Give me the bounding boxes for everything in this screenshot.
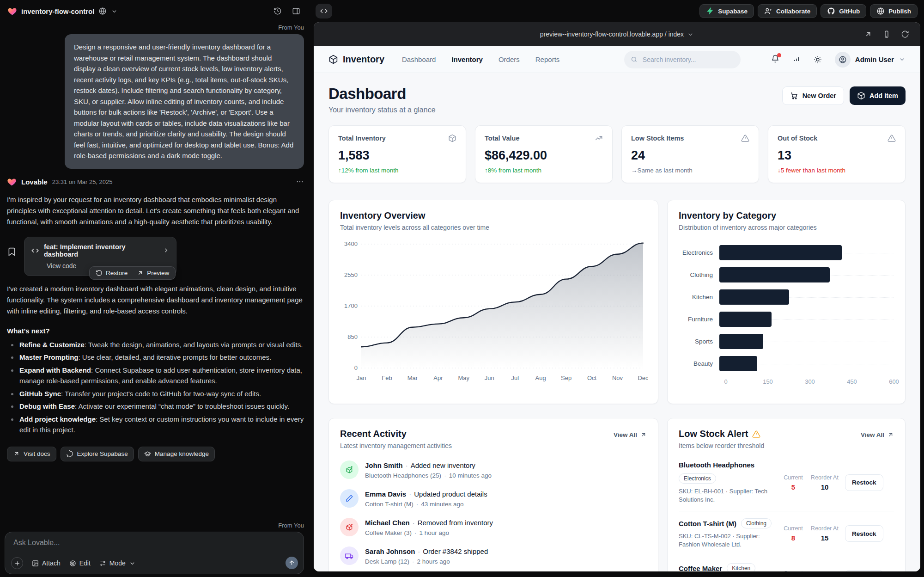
category-bar-chart: ElectronicsClothingKitchenFurnitureSport… (679, 245, 894, 371)
app-nav: Dashboard Inventory Orders Reports (402, 55, 559, 63)
svg-text:Dec: Dec (638, 374, 648, 381)
bar-category-label: Beauty (679, 360, 719, 367)
nav-reports[interactable]: Reports (535, 55, 560, 63)
send-button[interactable] (286, 557, 298, 569)
assistant-intro-text: I'm inspired by your request for an inve… (7, 194, 304, 227)
x-axis-tick: 600 (889, 378, 899, 385)
view-all-link[interactable]: View All (614, 431, 647, 438)
notifications-button[interactable] (771, 55, 779, 65)
item-sku: SKU: EL-BH-001 · Supplier: Tech Solution… (679, 487, 777, 504)
preview-button[interactable]: Preview (137, 270, 169, 276)
nav-dashboard[interactable]: Dashboard (402, 55, 436, 63)
activity-detail: Cotton T-shirt (M) (365, 501, 413, 508)
composer[interactable]: Attach Edit Mode (5, 532, 304, 574)
restock-button[interactable]: Restock (845, 570, 883, 571)
bar-row: Kitchen (679, 289, 894, 305)
refresh-icon[interactable] (901, 30, 909, 38)
code-view-toggle-button[interactable] (316, 4, 332, 18)
restore-button[interactable]: Restore (96, 270, 128, 276)
kpi-delta: ↑8% from last month (485, 167, 603, 174)
chart-title: Inventory Overview (340, 210, 647, 221)
project-name[interactable]: inventory-flow-control (21, 7, 94, 15)
avatar (835, 52, 851, 68)
visit-docs-button[interactable]: Visit docs (7, 447, 56, 461)
publish-button[interactable]: Publish (870, 4, 918, 18)
alert-triangle-icon (888, 134, 896, 142)
activity-action: Added new inventory (411, 461, 475, 469)
mode-label: Mode (109, 559, 126, 567)
chat-scroll-area[interactable]: From You Design a responsive and user-fr… (0, 22, 314, 522)
inventory-by-category-card: Inventory by Category Distribution of in… (667, 200, 906, 404)
chat-bubble-icon (67, 450, 73, 457)
item-name: Bluetooth Headphones (679, 461, 754, 469)
theme-toggle-sun-icon[interactable] (814, 55, 822, 64)
add-button[interactable] (11, 557, 23, 569)
github-button[interactable]: GitHub (821, 4, 866, 18)
svg-text:1700: 1700 (344, 302, 358, 309)
globe-icon[interactable] (98, 7, 107, 15)
package-icon (328, 55, 338, 64)
item-sku: SKU: CL-TS-M-002 · Supplier: Fashion Who… (679, 532, 777, 549)
panel-title: Recent Activity (340, 429, 452, 439)
nav-orders[interactable]: Orders (498, 55, 520, 63)
svg-text:2550: 2550 (344, 271, 358, 278)
category-badge: Electronics (679, 473, 716, 484)
package-icon (448, 134, 456, 142)
preview-url[interactable]: preview--inventory-flow-control.lovable.… (540, 31, 684, 38)
search-input[interactable] (642, 55, 734, 64)
edit-button[interactable]: Edit (69, 559, 91, 567)
bar (719, 334, 763, 349)
bar-row: Electronics (679, 245, 894, 260)
user-menu[interactable]: Admin User (835, 52, 906, 68)
chevron-down-icon[interactable] (687, 31, 694, 38)
mode-selector[interactable]: Mode (99, 559, 136, 567)
supabase-button[interactable]: Supabase (699, 4, 754, 18)
activity-action: Removed from inventory (418, 519, 493, 527)
user-message-bubble: Design a responsive and user-friendly in… (65, 34, 304, 169)
target-icon (69, 560, 76, 567)
code-icon (320, 7, 328, 15)
lovable-heart-icon (7, 6, 17, 16)
panel-title: Low Stock Alert (679, 429, 748, 439)
svg-text:May: May (458, 374, 470, 381)
publish-button-label: Publish (888, 8, 911, 15)
manage-knowledge-button[interactable]: Manage knowledge (138, 447, 215, 461)
activity-detail: Coffee Maker (3) (365, 529, 412, 536)
collaborate-button[interactable]: Collaborate (758, 4, 817, 18)
explore-supabase-button[interactable]: Explore Supabase (61, 447, 134, 461)
mobile-view-icon[interactable] (882, 30, 891, 38)
bar-row: Furniture (679, 312, 894, 327)
open-external-icon[interactable] (864, 30, 872, 38)
attach-button[interactable]: Attach (32, 559, 61, 567)
restock-button[interactable]: Restock (845, 474, 883, 491)
nav-inventory[interactable]: Inventory (451, 55, 483, 63)
sidebar-toggle-icon[interactable] (292, 7, 300, 15)
arrow-up-icon (288, 559, 295, 566)
add-item-button[interactable]: Add Item (850, 86, 906, 105)
new-order-button[interactable]: New Order (782, 86, 844, 105)
bookmark-icon[interactable] (7, 247, 17, 257)
view-all-link[interactable]: View All (861, 431, 894, 438)
message-menu-icon[interactable] (296, 178, 304, 186)
history-icon[interactable] (274, 7, 282, 15)
analytics-icon[interactable] (792, 55, 801, 64)
bar (719, 267, 830, 282)
restock-button[interactable]: Restock (845, 525, 883, 542)
panel-subtitle: Items below reorder threshold (679, 442, 764, 449)
plus-icon (14, 560, 21, 567)
graduation-cap-icon (144, 450, 151, 457)
package-minus-icon (340, 518, 359, 536)
x-axis-tick: 300 (805, 378, 815, 385)
current-qty: 5 (778, 483, 808, 491)
alert-triangle-icon (741, 134, 749, 142)
assistant-timestamp: 23:31 on Mar 25, 2025 (52, 178, 113, 185)
supabase-button-label: Supabase (718, 8, 748, 15)
activity-row: Michael Chen·Removed from inventory Coff… (340, 518, 647, 536)
chat-input[interactable] (12, 538, 225, 547)
assistant-name: Lovable (21, 178, 48, 186)
search-box[interactable] (624, 51, 741, 68)
chevron-down-icon[interactable] (111, 8, 118, 15)
edit-icon (340, 489, 359, 508)
app-brand[interactable]: Inventory (328, 54, 384, 65)
list-item: GitHub Sync: Transfer your project's cod… (7, 388, 304, 399)
